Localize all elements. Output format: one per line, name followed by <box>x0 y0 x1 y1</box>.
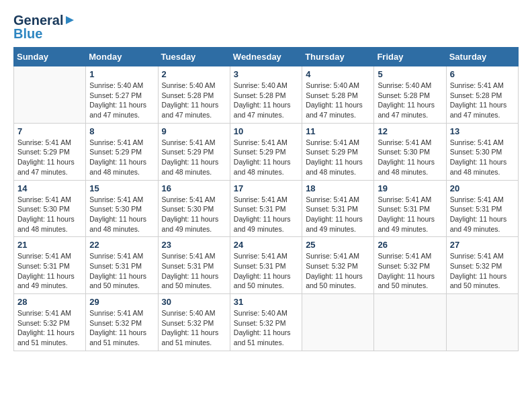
weekday-header: Sunday <box>14 48 86 66</box>
calendar-day-cell: 15Sunrise: 5:41 AMSunset: 5:30 PMDayligh… <box>86 180 158 237</box>
calendar-day-cell: 17Sunrise: 5:41 AMSunset: 5:31 PMDayligh… <box>230 180 302 237</box>
weekday-header: Tuesday <box>158 48 230 66</box>
day-info: Sunrise: 5:41 AMSunset: 5:29 PMDaylight:… <box>162 138 226 177</box>
calendar-day-cell: 8Sunrise: 5:41 AMSunset: 5:29 PMDaylight… <box>86 123 158 180</box>
calendar-day-cell: 30Sunrise: 5:40 AMSunset: 5:32 PMDayligh… <box>158 294 230 351</box>
calendar-header-row: SundayMondayTuesdayWednesdayThursdayFrid… <box>14 48 519 66</box>
day-number: 30 <box>162 297 226 307</box>
calendar-day-cell: 6Sunrise: 5:41 AMSunset: 5:28 PMDaylight… <box>446 66 518 124</box>
day-number: 5 <box>378 69 442 79</box>
day-info: Sunrise: 5:41 AMSunset: 5:30 PMDaylight:… <box>89 195 154 234</box>
calendar-week-row: 21Sunrise: 5:41 AMSunset: 5:31 PMDayligh… <box>14 237 519 294</box>
day-info: Sunrise: 5:41 AMSunset: 5:31 PMDaylight:… <box>234 251 298 291</box>
day-number: 23 <box>162 240 226 250</box>
day-number: 1 <box>89 69 154 79</box>
day-info: Sunrise: 5:40 AMSunset: 5:28 PMDaylight:… <box>162 81 226 120</box>
day-number: 31 <box>234 297 298 307</box>
calendar-day-cell <box>14 66 86 124</box>
day-info: Sunrise: 5:41 AMSunset: 5:30 PMDaylight:… <box>378 138 442 177</box>
day-number: 15 <box>89 183 154 193</box>
calendar-day-cell <box>374 294 446 351</box>
day-info: Sunrise: 5:41 AMSunset: 5:29 PMDaylight:… <box>234 138 298 177</box>
weekday-header: Friday <box>374 48 446 66</box>
day-info: Sunrise: 5:40 AMSunset: 5:27 PMDaylight:… <box>89 81 154 120</box>
calendar-day-cell: 11Sunrise: 5:41 AMSunset: 5:29 PMDayligh… <box>302 123 374 180</box>
day-number: 16 <box>162 183 226 193</box>
calendar-day-cell: 12Sunrise: 5:41 AMSunset: 5:30 PMDayligh… <box>374 123 446 180</box>
day-number: 12 <box>378 126 442 136</box>
day-info: Sunrise: 5:41 AMSunset: 5:29 PMDaylight:… <box>306 138 370 177</box>
calendar-day-cell: 28Sunrise: 5:41 AMSunset: 5:32 PMDayligh… <box>14 294 86 351</box>
calendar-day-cell: 24Sunrise: 5:41 AMSunset: 5:31 PMDayligh… <box>230 237 302 294</box>
calendar-day-cell: 9Sunrise: 5:41 AMSunset: 5:29 PMDaylight… <box>158 123 230 180</box>
calendar-table: SundayMondayTuesdayWednesdayThursdayFrid… <box>13 47 519 351</box>
day-info: Sunrise: 5:41 AMSunset: 5:31 PMDaylight:… <box>17 251 82 291</box>
day-info: Sunrise: 5:40 AMSunset: 5:32 PMDaylight:… <box>162 308 226 348</box>
calendar-day-cell: 5Sunrise: 5:40 AMSunset: 5:28 PMDaylight… <box>374 66 446 124</box>
day-info: Sunrise: 5:41 AMSunset: 5:30 PMDaylight:… <box>17 195 82 234</box>
day-info: Sunrise: 5:41 AMSunset: 5:31 PMDaylight:… <box>162 251 226 291</box>
calendar-day-cell: 23Sunrise: 5:41 AMSunset: 5:31 PMDayligh… <box>158 237 230 294</box>
day-number: 10 <box>234 126 298 136</box>
calendar-day-cell: 7Sunrise: 5:41 AMSunset: 5:29 PMDaylight… <box>14 123 86 180</box>
calendar-day-cell: 4Sunrise: 5:40 AMSunset: 5:28 PMDaylight… <box>302 66 374 124</box>
calendar-day-cell <box>302 294 374 351</box>
calendar-day-cell: 13Sunrise: 5:41 AMSunset: 5:30 PMDayligh… <box>446 123 518 180</box>
day-number: 11 <box>306 126 370 136</box>
day-info: Sunrise: 5:40 AMSunset: 5:28 PMDaylight:… <box>234 81 298 120</box>
day-info: Sunrise: 5:41 AMSunset: 5:31 PMDaylight:… <box>306 195 370 234</box>
day-number: 28 <box>17 297 82 307</box>
calendar-day-cell: 29Sunrise: 5:41 AMSunset: 5:32 PMDayligh… <box>86 294 158 351</box>
calendar-week-row: 14Sunrise: 5:41 AMSunset: 5:30 PMDayligh… <box>14 180 519 237</box>
day-info: Sunrise: 5:41 AMSunset: 5:31 PMDaylight:… <box>89 251 154 291</box>
svg-marker-0 <box>66 16 74 24</box>
day-info: Sunrise: 5:41 AMSunset: 5:31 PMDaylight:… <box>378 195 442 234</box>
day-info: Sunrise: 5:41 AMSunset: 5:29 PMDaylight:… <box>89 138 154 177</box>
calendar-day-cell: 22Sunrise: 5:41 AMSunset: 5:31 PMDayligh… <box>86 237 158 294</box>
day-info: Sunrise: 5:41 AMSunset: 5:30 PMDaylight:… <box>162 195 226 234</box>
day-info: Sunrise: 5:41 AMSunset: 5:31 PMDaylight:… <box>450 195 515 234</box>
day-number: 29 <box>89 297 154 307</box>
day-number: 17 <box>234 183 298 193</box>
calendar-day-cell: 31Sunrise: 5:40 AMSunset: 5:32 PMDayligh… <box>230 294 302 351</box>
day-info: Sunrise: 5:41 AMSunset: 5:28 PMDaylight:… <box>450 81 515 120</box>
calendar-day-cell: 25Sunrise: 5:41 AMSunset: 5:32 PMDayligh… <box>302 237 374 294</box>
day-info: Sunrise: 5:41 AMSunset: 5:32 PMDaylight:… <box>378 251 442 291</box>
logo-arrow-icon <box>63 13 77 27</box>
day-info: Sunrise: 5:41 AMSunset: 5:32 PMDaylight:… <box>17 308 82 348</box>
day-info: Sunrise: 5:40 AMSunset: 5:32 PMDaylight:… <box>234 308 298 348</box>
day-number: 14 <box>17 183 82 193</box>
weekday-header: Thursday <box>302 48 374 66</box>
calendar-day-cell: 10Sunrise: 5:41 AMSunset: 5:29 PMDayligh… <box>230 123 302 180</box>
day-number: 3 <box>234 69 298 79</box>
calendar-day-cell: 1Sunrise: 5:40 AMSunset: 5:27 PMDaylight… <box>86 66 158 124</box>
day-number: 22 <box>89 240 154 250</box>
calendar-day-cell: 27Sunrise: 5:41 AMSunset: 5:32 PMDayligh… <box>446 237 518 294</box>
logo: General Blue <box>13 13 77 40</box>
logo-blue: Blue <box>13 27 42 40</box>
day-info: Sunrise: 5:41 AMSunset: 5:29 PMDaylight:… <box>17 138 82 177</box>
calendar-day-cell: 26Sunrise: 5:41 AMSunset: 5:32 PMDayligh… <box>374 237 446 294</box>
calendar-day-cell: 18Sunrise: 5:41 AMSunset: 5:31 PMDayligh… <box>302 180 374 237</box>
day-info: Sunrise: 5:41 AMSunset: 5:32 PMDaylight:… <box>450 251 515 291</box>
day-number: 21 <box>17 240 82 250</box>
weekday-header: Monday <box>86 48 158 66</box>
calendar-day-cell: 14Sunrise: 5:41 AMSunset: 5:30 PMDayligh… <box>14 180 86 237</box>
day-number: 25 <box>306 240 370 250</box>
calendar-day-cell <box>446 294 518 351</box>
calendar-day-cell: 20Sunrise: 5:41 AMSunset: 5:31 PMDayligh… <box>446 180 518 237</box>
day-number: 19 <box>378 183 442 193</box>
day-info: Sunrise: 5:40 AMSunset: 5:28 PMDaylight:… <box>306 81 370 120</box>
day-info: Sunrise: 5:41 AMSunset: 5:32 PMDaylight:… <box>306 251 370 291</box>
day-info: Sunrise: 5:40 AMSunset: 5:28 PMDaylight:… <box>378 81 442 120</box>
calendar-week-row: 1Sunrise: 5:40 AMSunset: 5:27 PMDaylight… <box>14 66 519 124</box>
day-number: 8 <box>89 126 154 136</box>
day-number: 2 <box>162 69 226 79</box>
day-info: Sunrise: 5:41 AMSunset: 5:31 PMDaylight:… <box>234 195 298 234</box>
page-header: General Blue <box>13 13 519 40</box>
day-number: 24 <box>234 240 298 250</box>
day-info: Sunrise: 5:41 AMSunset: 5:32 PMDaylight:… <box>89 308 154 348</box>
logo-general: General <box>13 13 63 27</box>
weekday-header: Wednesday <box>230 48 302 66</box>
calendar-day-cell: 19Sunrise: 5:41 AMSunset: 5:31 PMDayligh… <box>374 180 446 237</box>
